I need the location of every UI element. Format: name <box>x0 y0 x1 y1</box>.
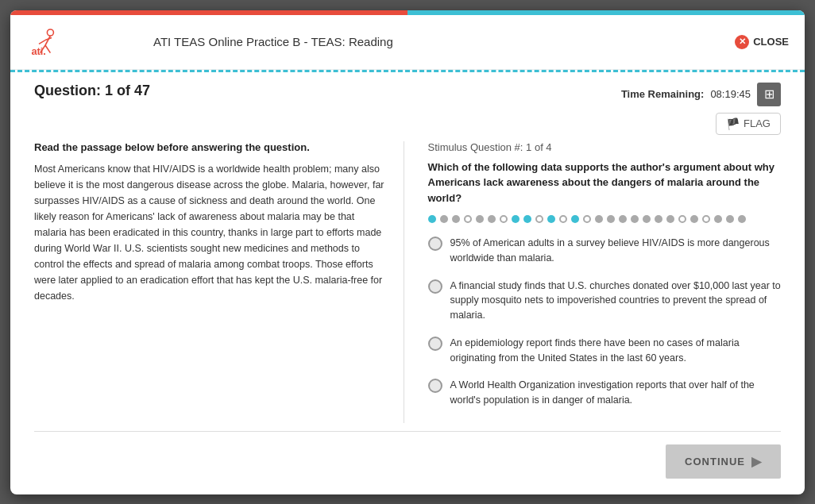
radio-button[interactable] <box>428 379 442 393</box>
option-text: A World Health Organization investigatio… <box>450 378 782 408</box>
progress-dot <box>607 215 615 223</box>
radio-button[interactable] <box>428 237 442 251</box>
option-text: A financial study finds that U.S. church… <box>450 279 782 323</box>
progress-dot <box>452 215 460 223</box>
radio-button[interactable] <box>428 337 442 351</box>
option-text: 95% of American adults in a survey belie… <box>450 236 782 266</box>
question-text: Which of the following data supports the… <box>428 160 782 206</box>
progress-dot <box>512 215 520 223</box>
progress-dot <box>655 215 662 223</box>
continue-label: CONTINUE <box>685 456 745 467</box>
progress-dot <box>702 215 710 223</box>
progress-dot <box>666 215 674 223</box>
logo-area: ati. <box>26 23 137 61</box>
answer-option[interactable]: A financial study finds that U.S. church… <box>428 279 782 323</box>
close-icon: ✕ <box>735 35 749 49</box>
timer-value: 08:19:45 <box>710 88 751 100</box>
answer-option[interactable]: An epidemiology report finds there have … <box>428 336 782 366</box>
progress-dot <box>571 215 579 223</box>
left-panel: Read the passage below before answering … <box>34 141 404 423</box>
svg-text:ati.: ati. <box>31 45 46 57</box>
flag-button[interactable]: 🏴 FLAG <box>716 113 781 135</box>
progress-dot <box>619 215 627 223</box>
progress-dot <box>559 215 567 223</box>
progress-dot <box>678 215 686 223</box>
progress-dot <box>500 215 508 223</box>
timer-row: Time Remaining: 08:19:45 ⊞ <box>621 83 781 106</box>
close-label: CLOSE <box>753 36 789 48</box>
svg-line-4 <box>39 40 45 44</box>
passage-text: Most Americans know that HIV/AIDS is a w… <box>34 161 388 304</box>
stimulus-header: Stimulus Question #: 1 of 4 <box>428 141 782 153</box>
progress-dot <box>440 215 448 223</box>
header: ati. ATI TEAS Online Practice B - TEAS: … <box>10 15 805 70</box>
main-window: ati. ATI TEAS Online Practice B - TEAS: … <box>10 10 805 494</box>
arrow-right-icon: ▶ <box>751 454 762 469</box>
footer: CONTINUE ▶ <box>10 437 805 494</box>
answer-options: 95% of American adults in a survey belie… <box>428 236 782 408</box>
flag-icon: 🏴 <box>726 117 740 130</box>
progress-dot <box>535 215 543 223</box>
progress-dot <box>583 215 591 223</box>
progress-dot <box>738 215 746 223</box>
timer-area: Time Remaining: 08:19:45 ⊞ 🏴 FLAG <box>621 83 781 135</box>
content-area: Read the passage below before answering … <box>10 141 805 431</box>
flag-label: FLAG <box>744 117 771 129</box>
progress-dot <box>595 215 603 223</box>
right-panel: Stimulus Question #: 1 of 4 Which of the… <box>420 141 782 423</box>
progress-dot <box>547 215 555 223</box>
option-text: An epidemiology report finds there have … <box>450 336 782 366</box>
progress-dot <box>476 215 484 223</box>
svg-point-0 <box>47 29 53 36</box>
question-number: Question: 1 of 47 <box>34 83 150 99</box>
progress-dots <box>428 215 782 223</box>
answer-option[interactable]: 95% of American adults in a survey belie… <box>428 236 782 266</box>
header-title: ATI TEAS Online Practice B - TEAS: Readi… <box>137 35 735 48</box>
progress-dot <box>428 215 436 223</box>
progress-dot <box>523 215 531 223</box>
progress-dot <box>714 215 722 223</box>
svg-line-3 <box>45 45 50 53</box>
progress-dot <box>631 215 639 223</box>
answer-option[interactable]: A World Health Organization investigatio… <box>428 378 782 408</box>
close-button[interactable]: ✕ CLOSE <box>735 35 789 49</box>
continue-button[interactable]: CONTINUE ▶ <box>666 444 781 479</box>
progress-dot <box>726 215 734 223</box>
progress-dot <box>488 215 496 223</box>
radio-button[interactable] <box>428 279 442 294</box>
progress-dot <box>690 215 698 223</box>
ati-logo: ati. <box>26 23 64 61</box>
progress-dot <box>643 215 651 223</box>
progress-dot <box>464 215 472 223</box>
footer-divider <box>34 431 781 432</box>
timer-label: Time Remaining: <box>621 88 705 100</box>
passage-instruction: Read the passage below before answering … <box>34 141 388 153</box>
calculator-button[interactable]: ⊞ <box>757 83 781 106</box>
question-bar: Question: 1 of 47 Time Remaining: 08:19:… <box>10 73 805 141</box>
